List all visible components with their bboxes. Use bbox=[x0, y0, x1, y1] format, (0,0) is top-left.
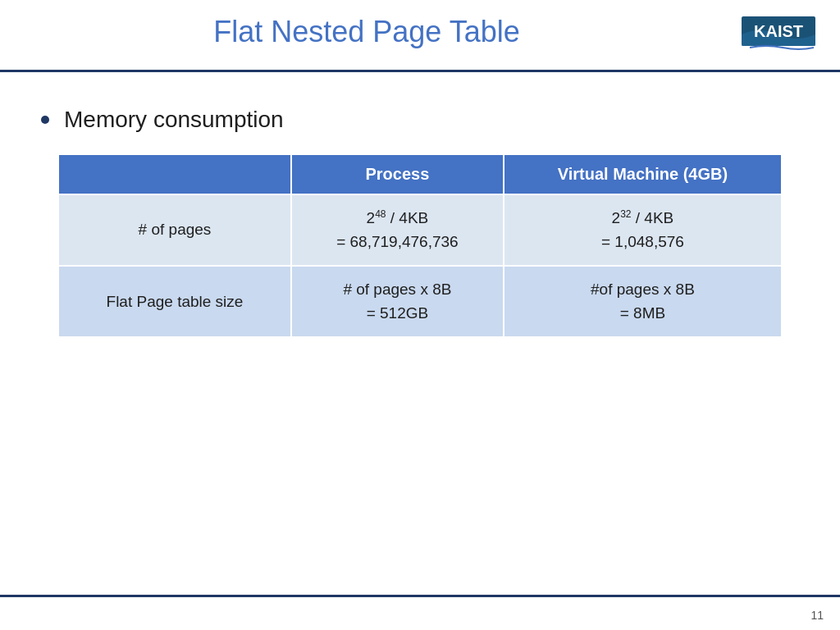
slide: KAIST Flat Nested Page Table Memory cons… bbox=[0, 0, 840, 630]
header-col1 bbox=[58, 154, 291, 194]
table-container: Process Virtual Machine (4GB) # of pages… bbox=[57, 153, 783, 338]
comparison-table: Process Virtual Machine (4GB) # of pages… bbox=[57, 153, 783, 338]
top-divider bbox=[0, 70, 840, 72]
bullet-text: Memory consumption bbox=[64, 107, 284, 133]
row1-process: 248 / 4KB= 68,719,476,736 bbox=[291, 194, 504, 266]
row2-process: # of pages x 8B= 512GB bbox=[291, 266, 504, 337]
table-row: # of pages 248 / 4KB= 68,719,476,736 232… bbox=[58, 194, 782, 266]
table-header-row: Process Virtual Machine (4GB) bbox=[58, 154, 782, 194]
row2-vm: #of pages x 8B= 8MB bbox=[504, 266, 782, 337]
row2-label: Flat Page table size bbox=[58, 266, 291, 337]
content-area: Memory consumption Process Virtual Machi… bbox=[41, 82, 799, 581]
svg-text:KAIST: KAIST bbox=[754, 22, 803, 40]
bullet-item: Memory consumption bbox=[41, 107, 799, 133]
bottom-divider bbox=[0, 595, 840, 597]
row1-vm: 232 / 4KB= 1,048,576 bbox=[504, 194, 782, 266]
bullet-dot-icon bbox=[41, 116, 49, 124]
page-number: 11 bbox=[810, 609, 824, 622]
logo: KAIST bbox=[742, 10, 815, 55]
header-col3: Virtual Machine (4GB) bbox=[504, 154, 782, 194]
table-row: Flat Page table size # of pages x 8B= 51… bbox=[58, 266, 782, 337]
kaist-logo-svg: KAIST bbox=[742, 10, 815, 55]
header-col2: Process bbox=[291, 154, 504, 194]
slide-title: Flat Nested Page Table bbox=[0, 15, 733, 49]
row1-label: # of pages bbox=[58, 194, 291, 266]
